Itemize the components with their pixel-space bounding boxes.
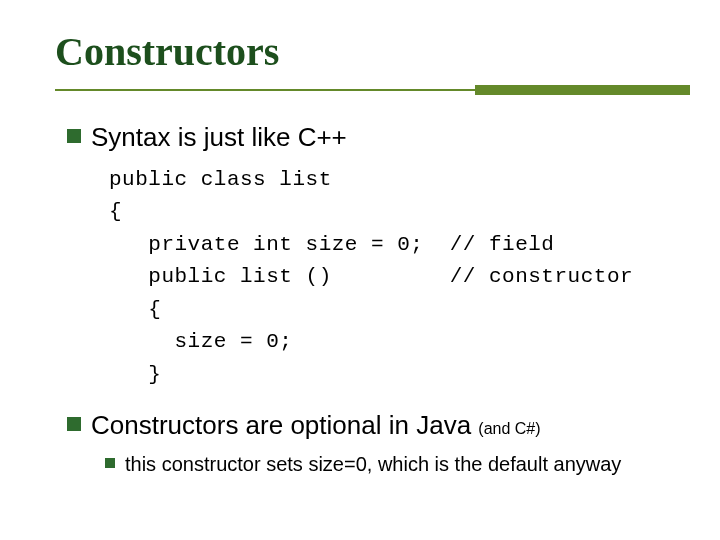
bullet-item: Syntax is just like C++ <box>67 121 680 154</box>
square-bullet-icon <box>105 458 115 468</box>
code-block: public class list { private int size = 0… <box>109 164 680 392</box>
slide-title: Constructors <box>55 28 680 75</box>
sub-bullet-item: this constructor sets size=0, which is t… <box>105 452 680 477</box>
sub-bullet-text: this constructor sets size=0, which is t… <box>125 452 621 477</box>
slide: Constructors Syntax is just like C++ pub… <box>0 0 720 540</box>
bullet-text-small: (and C#) <box>478 420 540 437</box>
bullet-text-main: Constructors are optional in Java <box>91 410 478 440</box>
square-bullet-icon <box>67 417 81 431</box>
bullet-text: Syntax is just like C++ <box>91 121 347 154</box>
rule-thick <box>475 85 690 95</box>
bullet-item: Constructors are optional in Java (and C… <box>67 409 680 442</box>
square-bullet-icon <box>67 129 81 143</box>
bullet-text: Constructors are optional in Java (and C… <box>91 409 541 442</box>
title-underline <box>55 81 680 99</box>
